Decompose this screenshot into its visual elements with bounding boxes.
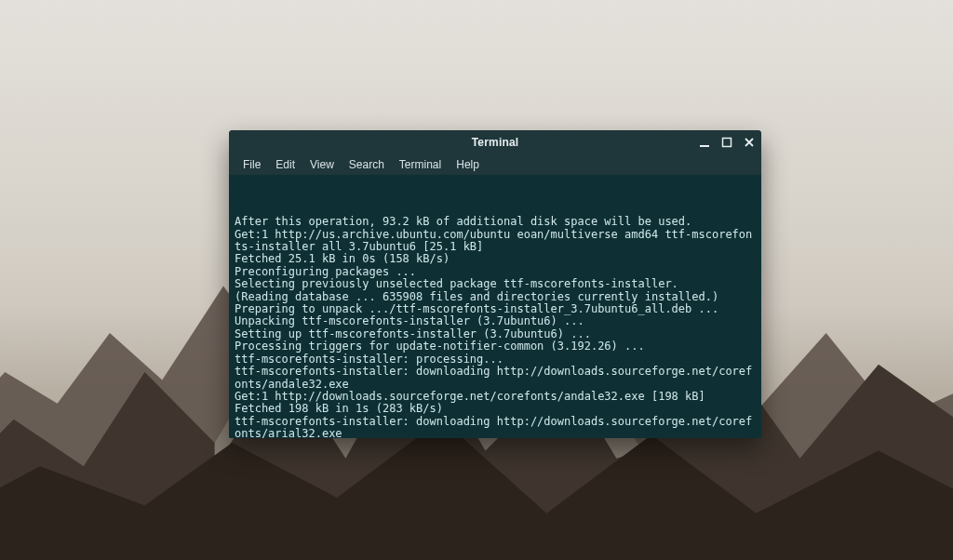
terminal-line: Selecting previously unselected package … [235, 278, 756, 290]
menu-search[interactable]: Search [342, 156, 391, 173]
terminal-line: After this operation, 93.2 kB of additio… [235, 216, 756, 228]
window-title: Terminal [472, 136, 519, 149]
menu-view[interactable]: View [303, 156, 341, 173]
terminal-line: Fetched 198 kB in 1s (283 kB/s) [235, 403, 756, 415]
menu-file[interactable]: File [236, 156, 267, 173]
terminal-line: ttf-mscorefonts-installer: downloading h… [235, 416, 756, 438]
menu-edit[interactable]: Edit [269, 156, 302, 173]
svg-rect-0 [700, 145, 709, 147]
close-button[interactable] [743, 136, 756, 149]
terminal-line: Get:1 http://us.archive.ubuntu.com/ubunt… [235, 229, 756, 254]
terminal-line: Fetched 25.1 kB in 0s (158 kB/s) [235, 253, 756, 265]
terminal-line: (Reading database ... 635908 files and d… [235, 291, 756, 303]
terminal-window: Terminal File Edit View Search Terminal … [229, 130, 761, 438]
terminal-line: Setting up ttf-mscorefonts-installer (3.… [235, 328, 756, 340]
terminal-output[interactable]: After this operation, 93.2 kB of additio… [229, 175, 761, 438]
terminal-line: ttf-mscorefonts-installer: processing... [235, 353, 756, 366]
maximize-button[interactable] [720, 136, 733, 149]
terminal-line: Unpacking ttf-mscorefonts-installer (3.7… [235, 315, 756, 327]
minimize-button[interactable] [698, 136, 711, 149]
terminal-line: Get:1 http://downloads.sourceforge.net/c… [235, 391, 756, 403]
terminal-line: Preconfiguring packages ... [235, 266, 756, 278]
menubar: File Edit View Search Terminal Help [229, 154, 761, 176]
terminal-line: Preparing to unpack .../ttf-mscorefonts-… [235, 303, 756, 315]
menu-help[interactable]: Help [450, 156, 486, 173]
window-controls [698, 130, 756, 154]
window-titlebar[interactable]: Terminal [229, 130, 761, 154]
menu-terminal[interactable]: Terminal [393, 156, 448, 173]
terminal-line: Processing triggers for update-notifier-… [235, 340, 756, 353]
svg-rect-1 [723, 139, 732, 147]
terminal-line: ttf-mscorefonts-installer: downloading h… [235, 366, 756, 391]
